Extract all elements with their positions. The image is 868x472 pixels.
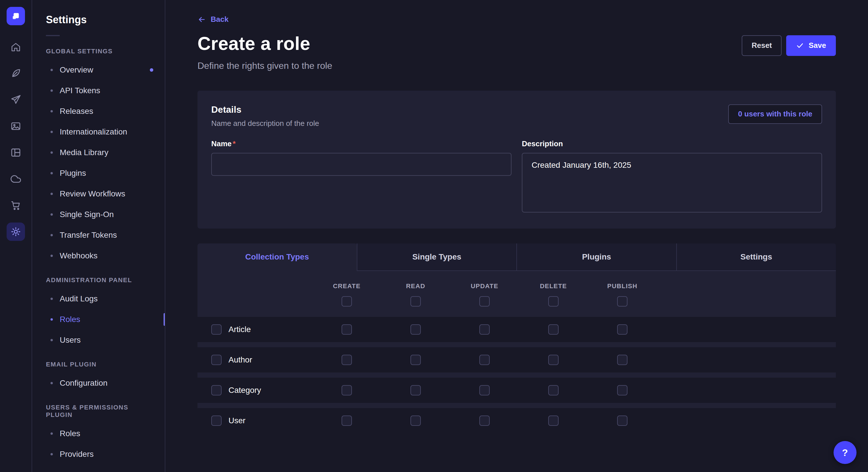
category-update-checkbox[interactable] [479, 385, 490, 396]
content-type-builder-icon[interactable] [7, 143, 25, 162]
category-read-checkbox[interactable] [410, 385, 421, 396]
sidebar-item-media-library[interactable]: Media Library [32, 142, 165, 163]
back-link[interactable]: Back [197, 15, 228, 24]
article-publish-checkbox[interactable] [617, 324, 627, 335]
user-create-checkbox[interactable] [342, 415, 352, 426]
bullet-dot [51, 382, 53, 384]
strapi-logo-glyph [11, 11, 21, 21]
sidebar-item-api-tokens[interactable]: API Tokens [32, 80, 165, 101]
release-icon[interactable] [7, 91, 25, 109]
article-read-checkbox[interactable] [410, 324, 421, 335]
tab-settings[interactable]: Settings [676, 243, 836, 271]
sidebar-item-label: Providers [60, 450, 94, 459]
save-button[interactable]: Save [786, 35, 836, 56]
sidebar-item-label: API Tokens [60, 86, 100, 95]
settings-icon[interactable] [7, 223, 25, 241]
row-label: Category [228, 386, 261, 395]
author-update-checkbox[interactable] [479, 355, 490, 365]
bullet-dot [51, 453, 53, 456]
sidebar-item-plugins[interactable]: Plugins [32, 163, 165, 183]
author-read-checkbox[interactable] [410, 355, 421, 365]
select-row-category-checkbox[interactable] [211, 385, 222, 396]
user-delete-checkbox[interactable] [548, 415, 559, 426]
select-all-read-checkbox[interactable] [410, 296, 421, 307]
sidebar-item-users[interactable]: Users [32, 330, 165, 350]
permission-row-user: User [197, 408, 836, 433]
sidebar-item-label: Releases [60, 107, 93, 116]
sidebar-item-audit-logs[interactable]: Audit Logs [32, 289, 165, 309]
select-row-user-checkbox[interactable] [211, 415, 222, 426]
notification-dot [150, 68, 153, 72]
marketplace-icon[interactable] [7, 196, 25, 214]
sidebar-title: Settings [32, 14, 165, 26]
sidebar-item-label: Roles [60, 429, 81, 438]
author-publish-checkbox[interactable] [617, 355, 627, 365]
save-label: Save [809, 41, 826, 50]
tab-single-types[interactable]: Single Types [357, 243, 517, 271]
bullet-dot [51, 172, 53, 174]
reset-button[interactable]: Reset [742, 35, 782, 56]
strapi-logo[interactable] [7, 7, 25, 25]
app-window: KD Settings GLOBAL SETTINGS Overview API… [0, 0, 868, 472]
permissions-tabs: Collection Types Single Types Plugins Se… [197, 243, 836, 271]
permissions-header-row: CREATE READ UPDATE DELETE PUBLISH [197, 271, 836, 317]
bullet-dot [51, 213, 53, 216]
sidebar-item-internationalization[interactable]: Internationalization [32, 122, 165, 142]
row-label: Author [228, 355, 252, 365]
permissions-card: Collection Types Single Types Plugins Se… [197, 243, 836, 433]
sidebar-item-label: Media Library [60, 148, 108, 157]
help-button[interactable]: ? [834, 441, 857, 464]
article-delete-checkbox[interactable] [548, 324, 559, 335]
select-all-create-checkbox[interactable] [342, 296, 352, 307]
sidebar-item-roles-up[interactable]: Roles [32, 423, 165, 444]
content-icon[interactable] [7, 64, 25, 82]
cloud-icon[interactable] [7, 170, 25, 188]
tab-collection-types[interactable]: Collection Types [197, 243, 357, 271]
select-row-author-checkbox[interactable] [211, 355, 222, 365]
author-create-checkbox[interactable] [342, 355, 352, 365]
category-create-checkbox[interactable] [342, 385, 352, 396]
sidebar-item-label: Internationalization [60, 127, 127, 136]
select-all-publish-checkbox[interactable] [617, 296, 627, 307]
required-asterisk: * [233, 139, 236, 148]
column-publish: PUBLISH [588, 282, 657, 307]
back-label: Back [211, 15, 228, 24]
bullet-dot [51, 339, 53, 341]
description-label: Description [522, 139, 822, 148]
users-with-role-button[interactable]: 0 users with this role [728, 104, 822, 124]
check-icon [796, 42, 804, 49]
tab-plugins[interactable]: Plugins [516, 243, 676, 271]
sidebar-item-roles-admin[interactable]: Roles [32, 309, 165, 330]
sidebar-item-transfer-tokens[interactable]: Transfer Tokens [32, 225, 165, 245]
name-input[interactable] [211, 153, 512, 176]
header-actions: Reset Save [742, 35, 836, 56]
select-all-delete-checkbox[interactable] [548, 296, 559, 307]
description-input[interactable]: Created January 16th, 2025 [522, 153, 822, 212]
sidebar-item-single-sign-on[interactable]: Single Sign-On [32, 204, 165, 225]
category-delete-checkbox[interactable] [548, 385, 559, 396]
media-library-icon[interactable] [7, 117, 25, 135]
category-publish-checkbox[interactable] [617, 385, 627, 396]
user-read-checkbox[interactable] [410, 415, 421, 426]
sidebar-item-releases[interactable]: Releases [32, 101, 165, 122]
sidebar-item-providers[interactable]: Providers [32, 444, 165, 465]
select-all-update-checkbox[interactable] [479, 296, 490, 307]
article-create-checkbox[interactable] [342, 324, 352, 335]
sidebar-item-webhooks[interactable]: Webhooks [32, 245, 165, 266]
details-subtitle: Name and description of the role [211, 119, 319, 128]
bullet-dot [51, 193, 53, 195]
select-row-article-checkbox[interactable] [211, 324, 222, 335]
sidebar-item-overview[interactable]: Overview [32, 60, 165, 80]
author-delete-checkbox[interactable] [548, 355, 559, 365]
user-publish-checkbox[interactable] [617, 415, 627, 426]
user-update-checkbox[interactable] [479, 415, 490, 426]
main-content: Back Create a role Reset Save Define the… [165, 0, 868, 472]
permission-row-article: Article [197, 317, 836, 342]
home-icon[interactable] [7, 38, 25, 56]
sidebar-item-review-workflows[interactable]: Review Workflows [32, 183, 165, 204]
sidebar-item-label: Transfer Tokens [60, 231, 117, 240]
article-update-checkbox[interactable] [479, 324, 490, 335]
details-title: Details [211, 104, 319, 115]
sidebar-item-configuration[interactable]: Configuration [32, 373, 165, 394]
section-administration-panel: ADMINISTRATION PANEL [32, 266, 165, 289]
